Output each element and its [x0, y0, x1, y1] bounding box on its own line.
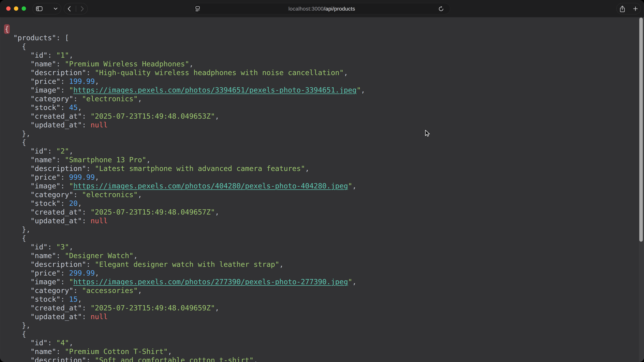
json-token: "description" [30, 260, 86, 269]
json-token: "Soft and comfortable cotton t-shirt" [95, 356, 254, 362]
browser-window: localhost:3000/api/products [0, 0, 644, 362]
json-token: : [82, 304, 90, 312]
json-token: "price" [30, 77, 60, 85]
json-token [5, 252, 30, 260]
json-token: , [134, 252, 138, 260]
json-token: : [86, 356, 95, 362]
json-token: , [361, 86, 365, 94]
json-token: "name" [30, 60, 56, 68]
json-token [5, 156, 30, 164]
json-token: , [305, 164, 310, 173]
nav-divider [76, 6, 76, 12]
json-token [5, 269, 30, 277]
json-token: , [95, 77, 99, 85]
json-token: : [56, 252, 65, 260]
json-token: "1" [56, 51, 69, 59]
json-token [5, 199, 30, 207]
json-token: : [48, 51, 56, 59]
json-token [5, 147, 30, 155]
page-settings-icon [196, 6, 200, 11]
json-token: : [86, 260, 95, 269]
json-token: }, [5, 130, 30, 138]
json-token: : [86, 164, 95, 173]
page-settings-button[interactable] [196, 6, 200, 11]
json-token: "products" [13, 34, 56, 42]
json-token [5, 95, 30, 103]
json-token [5, 60, 30, 68]
json-token [5, 68, 30, 77]
json-token: , [344, 68, 348, 77]
tab-chevron-button[interactable] [54, 7, 58, 10]
json-token: : [60, 86, 69, 94]
json-token [5, 103, 30, 112]
json-token: : [60, 269, 69, 277]
reload-button[interactable] [438, 6, 444, 12]
back-button[interactable] [68, 6, 71, 11]
json-token: 20 [69, 199, 78, 207]
share-button[interactable] [620, 5, 625, 12]
scrollbar-track[interactable] [639, 17, 644, 362]
json-token [5, 260, 30, 269]
json-token: { [5, 138, 26, 146]
sidebar-toggle-button[interactable] [36, 6, 42, 11]
json-token: "category" [30, 95, 74, 103]
json-token: , [69, 147, 74, 155]
json-token [5, 164, 30, 173]
json-token: : [86, 68, 95, 77]
json-token: , [78, 295, 82, 303]
json-link[interactable]: https://images.pexels.com/photos/404280/… [73, 182, 348, 190]
json-token: : [48, 147, 56, 155]
json-token: " [348, 278, 352, 286]
json-token: : [82, 112, 90, 120]
json-token: : [73, 191, 82, 199]
json-token [5, 121, 30, 129]
json-token: , [138, 286, 142, 295]
share-icon [620, 5, 625, 12]
json-token [5, 217, 30, 225]
zoom-button[interactable] [22, 6, 26, 11]
json-token: , [352, 278, 357, 286]
json-token: "Latest smartphone with advanced camera … [95, 164, 305, 173]
json-token: "accessories" [82, 286, 138, 295]
json-token: , [352, 182, 357, 190]
json-token: 45 [69, 103, 78, 112]
json-token: "High-quality wireless headphones with n… [95, 68, 344, 77]
json-content: { "products": [ { "id": "1", "name": "Pr… [0, 17, 644, 362]
chevron-right-icon [80, 6, 84, 11]
mouse-cursor [424, 130, 431, 137]
json-token [5, 77, 30, 85]
json-link[interactable]: https://images.pexels.com/photos/3394651… [73, 86, 356, 94]
json-token: , [78, 103, 82, 112]
json-token: "description" [30, 164, 86, 173]
json-token [5, 243, 30, 251]
json-token: , [215, 304, 219, 312]
json-token: , [189, 60, 194, 68]
json-token: }, [5, 225, 30, 234]
minimize-button[interactable] [14, 6, 18, 11]
json-token: " [69, 278, 74, 286]
json-token [5, 112, 30, 120]
close-button[interactable] [6, 6, 10, 11]
json-token: "price" [30, 173, 60, 181]
json-token: : [48, 243, 56, 251]
scrollbar-thumb[interactable] [639, 17, 643, 242]
json-token: 15 [69, 295, 78, 303]
json-token: : [73, 95, 82, 103]
json-token [5, 34, 13, 42]
json-token: , [95, 269, 99, 277]
forward-button[interactable] [80, 6, 84, 11]
json-token: : [60, 199, 69, 207]
json-token: : [82, 313, 90, 321]
json-token [5, 51, 30, 59]
json-token [5, 295, 30, 303]
new-tab-button[interactable] [633, 6, 638, 11]
json-link[interactable]: https://images.pexels.com/photos/277390/… [73, 278, 348, 286]
url-bar[interactable]: localhost:3000/api/products [193, 3, 450, 14]
json-token: }, [5, 321, 30, 330]
json-token: "stock" [30, 295, 60, 303]
toolbar: localhost:3000/api/products [0, 0, 644, 17]
json-token: "name" [30, 348, 56, 356]
json-token: : [73, 286, 82, 295]
json-token [5, 304, 30, 312]
json-token [5, 286, 30, 295]
